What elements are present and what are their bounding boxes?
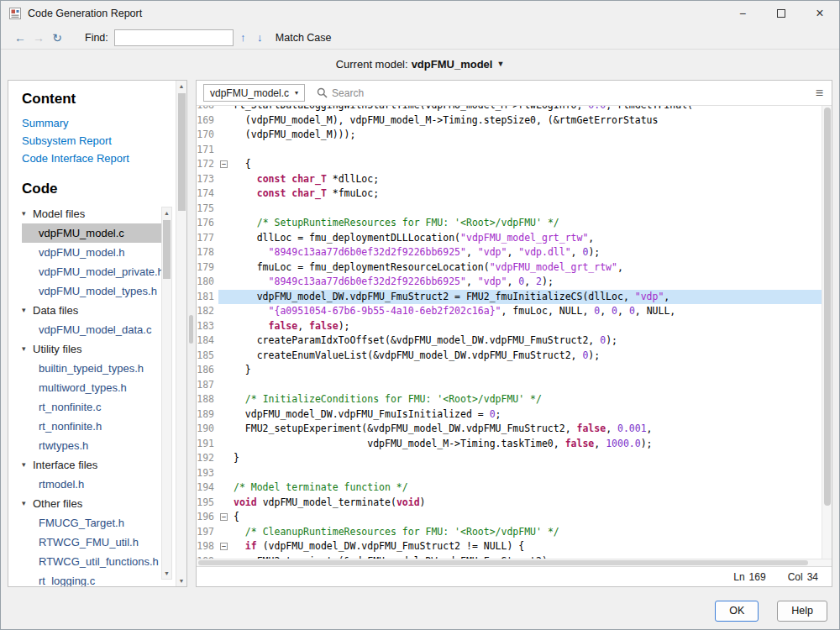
line-number: 197 (197, 525, 218, 540)
code-line[interactable]: 180 "8949c13aa77d6b0ef32d2f9226bb6925", … (197, 275, 822, 290)
sidebar-scrollbar-thumb[interactable] (178, 93, 186, 211)
line-number: 177 (197, 231, 218, 246)
code-line[interactable]: 195void vdpFMU_model_terminate(void) (197, 496, 822, 511)
minimize-button[interactable]: − (723, 1, 762, 26)
code-vertical-scrollbar[interactable] (822, 106, 832, 559)
code-line[interactable]: 190 FMU2_setupExperiment(&vdpFMU_model_D… (197, 422, 822, 437)
tree-item[interactable]: FMUCG_Target.h (22, 513, 161, 533)
tree-group-header[interactable]: ▾Utility files (22, 339, 161, 359)
current-model-bar[interactable]: Current model: vdpFMU_model ▼ (1, 50, 839, 78)
tree-item[interactable]: multiword_types.h (22, 378, 161, 397)
tree-item[interactable]: builtin_typeid_types.h (22, 359, 161, 378)
collapse-arrow-icon: ▾ (22, 339, 33, 359)
line-number: 183 (197, 319, 218, 334)
fold-toggle-icon[interactable]: − (218, 539, 229, 554)
find-input[interactable] (114, 29, 234, 46)
scroll-down-icon[interactable]: ▼ (179, 575, 185, 586)
model-dropdown-icon: ▼ (496, 60, 504, 68)
content-heading: Content (22, 91, 161, 108)
code-line[interactable]: 198− if (vdpFMU_model_DW.vdpFMU_FmuStruc… (197, 539, 822, 554)
line-number: 180 (197, 275, 218, 290)
code-line[interactable]: 186 } (197, 363, 822, 378)
collapse-arrow-icon: ▾ (22, 204, 33, 223)
content-link[interactable]: Summary (22, 114, 161, 132)
code-vertical-scrollbar-thumb[interactable] (824, 108, 831, 506)
tree-item[interactable]: rtmodel.h (22, 475, 161, 494)
code-line[interactable]: 196−{ (197, 510, 822, 525)
code-line[interactable]: 187 (197, 378, 822, 393)
fold-toggle-icon[interactable]: − (218, 157, 229, 172)
code-text: "8949c13aa77d6b0ef32d2f9226bb6925", "vdp… (229, 245, 822, 260)
code-line[interactable]: 170 (vdpFMU_model_M))); (197, 128, 822, 143)
tree-group-header[interactable]: ▾Other files (22, 494, 161, 513)
code-line[interactable]: 171 (197, 143, 822, 158)
maximize-button[interactable] (762, 1, 801, 26)
tree-group-header[interactable]: ▾Data files (22, 301, 161, 320)
tree-item[interactable]: RTWCG_FMU_util.h (22, 533, 161, 552)
code-search-input[interactable] (332, 87, 517, 99)
scroll-up-icon[interactable]: ▲ (179, 81, 185, 92)
tree-item[interactable]: rt_nonfinite.h (22, 417, 161, 436)
tree-item[interactable]: rtwtypes.h (22, 436, 161, 455)
code-text: false, false); (229, 319, 822, 334)
tree-item[interactable]: vdpFMU_model_data.c (22, 320, 161, 339)
code-line[interactable]: 184 createParamIdxToOffset(&vdpFMU_model… (197, 333, 822, 349)
code-line[interactable]: 173 const char_T *dllLoc; (197, 172, 822, 187)
tree-scrollbar[interactable]: ▲ ▼ (161, 207, 172, 580)
tree-scrollbar-thumb[interactable] (163, 220, 171, 279)
forward-button[interactable]: → (29, 31, 48, 45)
code-line[interactable]: 193 (197, 466, 822, 481)
code-line[interactable]: 174 const char_T *fmuLoc; (197, 186, 822, 202)
help-button[interactable]: Help (777, 601, 827, 622)
tree-group-header[interactable]: ▾Interface files (22, 455, 161, 475)
tree-item[interactable]: vdpFMU_model.c (22, 223, 161, 243)
scroll-up-icon[interactable]: ▲ (164, 207, 170, 218)
code-line[interactable]: 168rt_StartDataLoggingWithStartTime(vdpF… (197, 106, 822, 113)
tree-item[interactable]: vdpFMU_model_private.h (22, 262, 161, 281)
code-line[interactable]: 183 false, false); (197, 319, 822, 334)
match-case-toggle[interactable]: Match Case (276, 32, 332, 44)
back-button[interactable]: ← (11, 31, 29, 45)
code-line[interactable]: 181 vdpFMU_model_DW.vdpFMU_FmuStruct2 = … (197, 290, 822, 305)
tree-item[interactable]: vdpFMU_model_types.h (22, 281, 161, 301)
file-selector-dropdown[interactable]: vdpFMU_model.c ▾ (203, 84, 305, 102)
code-line[interactable]: 191 vdpFMU_model_M->Timing.taskTime0, fa… (197, 437, 822, 452)
scroll-down-icon[interactable]: ▼ (164, 568, 170, 579)
find-next-button[interactable]: ↓ (253, 31, 267, 44)
menu-icon[interactable]: ≡ (816, 86, 825, 101)
code-line[interactable]: 185 createEnumValueList(&vdpFMU_model_DW… (197, 349, 822, 364)
code-line[interactable]: 169 (vdpFMU_model_M), vdpFMU_model_M->Ti… (197, 113, 822, 129)
tree-item[interactable]: vdpFMU_model.h (22, 243, 161, 262)
code-line[interactable]: 197 /* CleanupRuntimeResources for FMU: … (197, 525, 822, 540)
code-line[interactable]: 189 vdpFMU_model_DW.vdpFMU_FmuIsInitiali… (197, 407, 822, 423)
code-line[interactable]: 172− { (197, 157, 822, 172)
sidebar-scrollbar[interactable]: ▲ ▼ (176, 81, 186, 586)
ok-button[interactable]: OK (715, 601, 759, 622)
code-line[interactable]: 194/* Model terminate function */ (197, 480, 822, 496)
close-button[interactable]: × (801, 1, 839, 26)
find-previous-button[interactable]: ↑ (236, 31, 250, 44)
code-line[interactable]: 179 fmuLoc = fmu_deploymentResourceLocat… (197, 260, 822, 276)
code-line[interactable]: 182 "{a0951054-67b6-9b55-4a10-6eb2f202c1… (197, 304, 822, 319)
fold-spacer (218, 290, 229, 305)
tree-item[interactable]: rt_logging.c (22, 571, 161, 586)
code-line[interactable]: 176 /* SetupRuntimeResources for FMU: '<… (197, 216, 822, 231)
line-number: 191 (197, 437, 218, 452)
tree-item[interactable]: RTWCG_util_functions.h (22, 552, 161, 571)
code-line[interactable]: 177 dllLoc = fmu_deploymentDLLLocation("… (197, 231, 822, 246)
tree-item[interactable]: rt_nonfinite.c (22, 397, 161, 417)
code-text (229, 378, 822, 393)
code-horizontal-scrollbar[interactable] (197, 559, 832, 566)
title-bar[interactable]: Code Generation Report − × (1, 1, 839, 26)
refresh-button[interactable]: ↻ (48, 31, 66, 45)
content-link[interactable]: Subsystem Report (22, 132, 161, 150)
panel-splitter[interactable] (189, 315, 193, 344)
code-line[interactable]: 175 (197, 202, 822, 217)
code-line[interactable]: 188 /* InitializeConditions for FMU: '<R… (197, 392, 822, 407)
code-horizontal-scrollbar-thumb[interactable] (198, 560, 808, 565)
code-line[interactable]: 192} (197, 451, 822, 466)
fold-toggle-icon[interactable]: − (218, 510, 229, 525)
content-link[interactable]: Code Interface Report (22, 150, 161, 167)
tree-group-header[interactable]: ▾Model files (22, 204, 161, 223)
code-line[interactable]: 178 "8949c13aa77d6b0ef32d2f9226bb6925", … (197, 245, 822, 260)
